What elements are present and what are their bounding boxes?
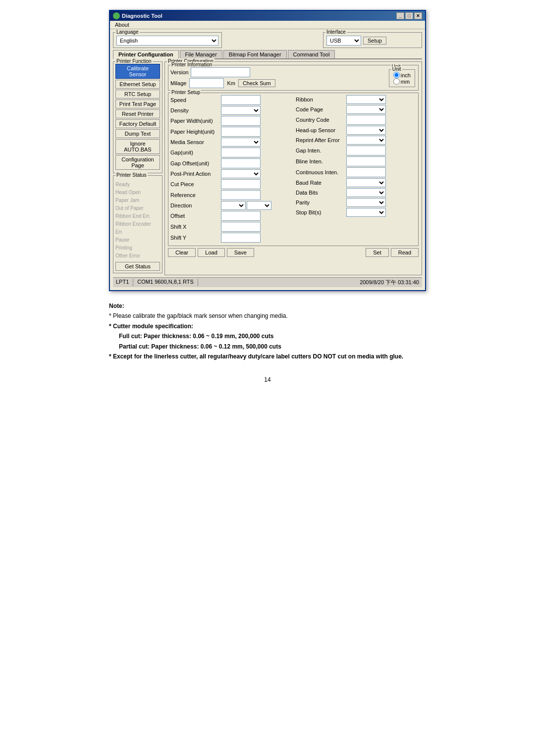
tab-file-manager[interactable]: File Manager	[180, 50, 222, 58]
ribbon-row: Ribbon	[296, 95, 416, 104]
language-label: Language	[115, 29, 140, 35]
language-select[interactable]: English	[116, 36, 218, 46]
ribbon-label: Ribbon	[296, 97, 345, 102]
reference-label: Reference	[170, 192, 220, 198]
speed-input[interactable]	[221, 95, 261, 105]
unit-mm-radio[interactable]	[393, 78, 400, 85]
status-out-of-paper: Out of Paper	[115, 204, 160, 212]
unit-inch-option[interactable]: inch	[393, 72, 411, 78]
ethernet-setup-button[interactable]: Ethernet Setup	[115, 80, 160, 89]
gap-offset-input[interactable]	[221, 158, 261, 168]
menu-about[interactable]: About	[113, 21, 131, 28]
post-print-select[interactable]	[221, 169, 261, 178]
shifty-label: Shift Y	[170, 235, 220, 241]
rtc-setup-button[interactable]: RTC Setup	[115, 90, 160, 99]
get-status-button[interactable]: Get Status	[115, 262, 160, 271]
parity-row: Parity	[296, 198, 416, 207]
gap-offset-row: Gap Offset(unit)	[170, 158, 291, 168]
reset-printer-button[interactable]: Reset Printer	[115, 109, 160, 118]
reprint-after-select[interactable]	[346, 136, 386, 145]
tab-command-tool[interactable]: Command Tool	[288, 50, 335, 58]
offset-input[interactable]	[221, 211, 261, 221]
tab-bitmap-font-manager[interactable]: Bitmap Font Manager	[223, 50, 287, 58]
unit-mm-option[interactable]: mm	[393, 78, 411, 85]
headup-sensor-row: Head-up Sensor	[296, 126, 416, 135]
clear-button[interactable]: Clear	[168, 248, 196, 257]
ignore-auto-bas-button[interactable]: Ignore AUTO.BAS	[115, 139, 160, 154]
load-button[interactable]: Load	[198, 248, 224, 257]
reference-input[interactable]	[221, 190, 261, 200]
setup-left-col: Speed Density Paper Width(unit)	[170, 95, 291, 244]
post-print-row: Post-Print Action	[170, 169, 291, 178]
media-sensor-row: Media Sensor	[170, 138, 291, 147]
offset-row: Offset	[170, 211, 291, 221]
version-input[interactable]	[191, 67, 250, 77]
set-button[interactable]: Set	[366, 248, 389, 257]
status-items: Ready Head Open Paper Jam Out of Paper R…	[115, 181, 160, 260]
density-select[interactable]	[221, 106, 261, 115]
data-bits-label: Data Bits	[296, 190, 345, 196]
country-code-input[interactable]	[346, 115, 386, 125]
printer-function-group: Printer Function Calibrate Sensor Ethern…	[113, 61, 162, 173]
top-section: Language English Interface USB Setup	[113, 32, 422, 48]
read-button[interactable]: Read	[391, 248, 419, 257]
notes-title: Note:	[109, 302, 124, 309]
direction-select2[interactable]	[247, 201, 271, 210]
shiftx-row: Shift X	[170, 222, 291, 232]
data-bits-select[interactable]	[346, 188, 386, 197]
interface-select[interactable]: USB	[326, 36, 361, 46]
minimize-button[interactable]: _	[396, 12, 404, 19]
tab-bar: Printer Configuration File Manager Bitma…	[113, 50, 422, 59]
country-code-row: Country Code	[296, 115, 416, 125]
stop-bits-select[interactable]	[346, 208, 386, 217]
shifty-input[interactable]	[221, 233, 261, 243]
media-sensor-select[interactable]	[221, 138, 261, 147]
printer-info-section: Printer Information Unit Unit inch	[168, 65, 419, 91]
paper-height-input[interactable]	[221, 127, 261, 137]
milage-input[interactable]	[189, 78, 224, 88]
headup-sensor-label: Head-up Sensor	[296, 127, 345, 133]
window-title: Diagnostic Tool	[122, 13, 162, 19]
direction-row: Direction	[170, 201, 291, 210]
speed-label: Speed	[170, 97, 220, 103]
window-controls: _ □ ✕	[396, 12, 422, 19]
gap-unit-row: Gap(unit)	[170, 148, 291, 157]
checksum-button[interactable]: Check Sum	[238, 79, 275, 87]
status-com: COM1 9600,N,8,1 RTS	[137, 279, 198, 286]
print-test-page-button[interactable]: Print Test Page	[115, 100, 160, 108]
maximize-button[interactable]: □	[405, 12, 413, 19]
calibrate-sensor-button[interactable]: Calibrate Sensor	[115, 64, 160, 79]
parity-select[interactable]	[346, 198, 386, 207]
ribbon-select[interactable]	[346, 95, 386, 104]
factory-default-button[interactable]: Factory Default	[115, 119, 160, 128]
continuous-input[interactable]	[346, 167, 386, 177]
code-page-select[interactable]	[346, 105, 386, 114]
gap-inten-input[interactable]	[346, 146, 386, 155]
milage-label: Milage	[170, 80, 186, 86]
cut-piece-input[interactable]	[221, 179, 261, 189]
bline-inten-input[interactable]	[346, 156, 386, 166]
close-button[interactable]: ✕	[414, 12, 422, 19]
milage-row: Milage Km Check Sum	[170, 78, 416, 88]
status-paper-jam: Paper Jam	[115, 197, 160, 204]
headup-sensor-select[interactable]	[346, 126, 386, 135]
notes-section: Note: * Please calibrate the gap/black m…	[109, 301, 426, 361]
setup-button[interactable]: Setup	[363, 37, 386, 45]
shiftx-input[interactable]	[221, 222, 261, 232]
code-page-label: Code Page	[296, 106, 345, 112]
unit-inch-radio[interactable]	[393, 72, 400, 78]
baud-rate-select[interactable]	[346, 178, 386, 187]
direction-select1[interactable]	[221, 201, 246, 210]
gap-unit-input[interactable]	[221, 148, 261, 157]
configuration-page-button[interactable]: Configuration Page	[115, 155, 160, 170]
paper-width-input[interactable]	[221, 116, 261, 126]
save-button[interactable]: Save	[227, 248, 254, 257]
note-line-1: * Please calibrate the gap/black mark se…	[109, 311, 426, 321]
dump-text-button[interactable]: Dump Text	[115, 129, 160, 138]
cut-piece-label: Cut Piece	[170, 181, 220, 187]
media-sensor-label: Media Sensor	[170, 139, 220, 145]
gap-unit-label: Gap(unit)	[170, 150, 220, 155]
title-bar: Diagnostic Tool _ □ ✕	[110, 11, 425, 21]
printer-info-label: Printer Information	[170, 62, 213, 67]
paper-width-label: Paper Width(unit)	[170, 118, 220, 124]
